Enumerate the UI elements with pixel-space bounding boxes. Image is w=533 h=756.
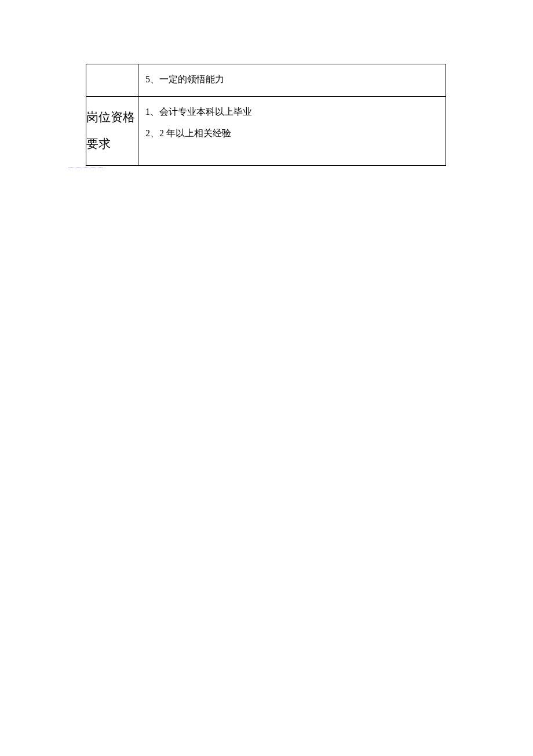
- row-label-cell: [86, 64, 138, 97]
- dotted-underline-mark: [68, 167, 104, 168]
- requirements-table: 5、一定的领悟能力 岗位资格要求 1、会计专业本科以上毕业 2、2 年以上相关经…: [86, 64, 446, 166]
- table-row: 5、一定的领悟能力: [86, 64, 446, 97]
- table-row: 岗位资格要求 1、会计专业本科以上毕业 2、2 年以上相关经验: [86, 96, 446, 165]
- row-label-text: 岗位资格要求: [86, 97, 138, 165]
- content-line: 5、一定的领悟能力: [145, 69, 439, 90]
- content-line: 1、会计专业本科以上毕业: [145, 101, 439, 123]
- content-line: 2、2 年以上相关经验: [145, 123, 439, 144]
- row-content-cell: 1、会计专业本科以上毕业 2、2 年以上相关经验: [138, 96, 446, 165]
- page-container: 5、一定的领悟能力 岗位资格要求 1、会计专业本科以上毕业 2、2 年以上相关经…: [0, 0, 533, 166]
- row-label-cell: 岗位资格要求: [86, 96, 138, 165]
- row-content-cell: 5、一定的领悟能力: [138, 64, 446, 97]
